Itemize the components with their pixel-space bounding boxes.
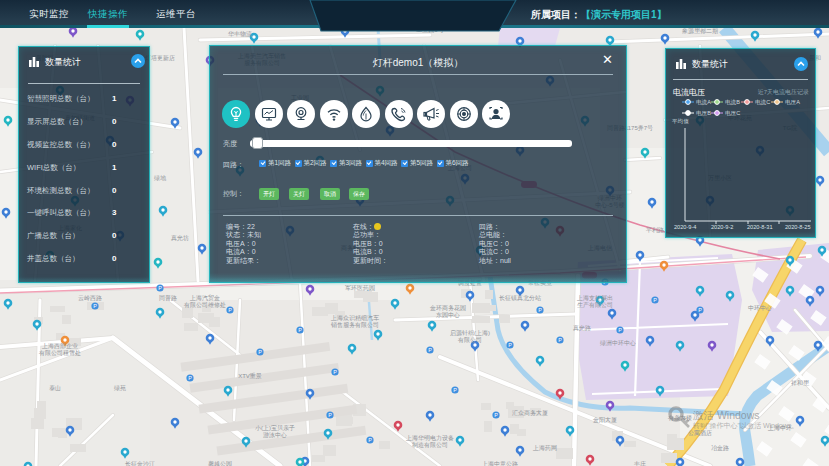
svg-text:生产有限公司: 生产有限公司 bbox=[577, 301, 613, 308]
svg-text:泰山: 泰山 bbox=[49, 385, 61, 392]
svg-text:P: P bbox=[698, 307, 702, 313]
svg-text:金环商务花园: 金环商务花园 bbox=[429, 304, 466, 312]
svg-text:有限公司租赁处: 有限公司租赁处 bbox=[38, 349, 81, 357]
svg-text:汇众商务大厦: 汇众商务大厦 bbox=[512, 409, 548, 417]
svg-text:电流A: 电流A bbox=[696, 99, 711, 106]
svg-text:平均值: 平均值 bbox=[672, 118, 689, 124]
svg-text:P: P bbox=[368, 437, 372, 443]
svg-text:启源针织(上海): 启源针织(上海) bbox=[450, 329, 490, 337]
svg-text:销售服务有限公司: 销售服务有限公司 bbox=[330, 321, 379, 328]
svg-text:绿地: 绿地 bbox=[154, 175, 167, 181]
svg-text:2020-8-25: 2020-8-25 bbox=[785, 224, 811, 230]
svg-text:P: P bbox=[558, 337, 562, 343]
svg-text:真光路: 真光路 bbox=[573, 325, 591, 332]
svg-text:上海中意公路: 上海中意公路 bbox=[481, 461, 518, 466]
svg-text:金阳大厦: 金阳大厦 bbox=[592, 416, 617, 424]
svg-text:同普路: 同普路 bbox=[159, 294, 177, 302]
svg-text:P: P bbox=[158, 285, 162, 291]
svg-text:上海支柱展出: 上海支柱展出 bbox=[576, 295, 613, 302]
svg-text:祥和里: 祥和里 bbox=[791, 379, 810, 386]
svg-text:有限公司: 有限公司 bbox=[457, 336, 482, 343]
svg-text:云岭西路: 云岭西路 bbox=[78, 295, 102, 302]
svg-text:东园中心: 东园中心 bbox=[436, 311, 460, 319]
svg-text:长征金沙江: 长征金沙江 bbox=[125, 461, 155, 466]
svg-text:馨越公园: 馨越公园 bbox=[208, 460, 232, 466]
svg-text:中环中心: 中环中心 bbox=[748, 305, 772, 311]
svg-text:有限公司维修处: 有限公司维修处 bbox=[183, 301, 226, 309]
svg-text:上海药网: 上海药网 bbox=[532, 445, 557, 452]
svg-text:长征镇真北分站: 长征镇真北分站 bbox=[499, 294, 541, 302]
svg-text:电流C: 电流C bbox=[755, 99, 770, 106]
svg-text:P: P bbox=[333, 369, 337, 375]
svg-text:绿洲中环中心: 绿洲中环中心 bbox=[600, 340, 636, 346]
svg-text:2020-9-2: 2020-9-2 bbox=[711, 224, 733, 230]
svg-text:P: P bbox=[328, 412, 332, 418]
svg-text:P: P bbox=[428, 347, 432, 353]
svg-text:象源里都二期: 象源里都二期 bbox=[682, 27, 718, 35]
svg-text:2020-8-31: 2020-8-31 bbox=[747, 224, 773, 230]
svg-text:上海汽贸金: 上海汽贸金 bbox=[189, 294, 220, 301]
svg-text:小(上)宝贝亲子: 小(上)宝贝亲子 bbox=[255, 424, 295, 432]
svg-text:电压A: 电压A bbox=[785, 99, 800, 105]
svg-text:P: P bbox=[258, 349, 262, 355]
svg-text:2020-9-4: 2020-9-4 bbox=[674, 224, 696, 230]
svg-text:电流B: 电流B bbox=[725, 99, 740, 106]
svg-text:P: P bbox=[228, 307, 232, 313]
svg-text:P: P bbox=[538, 307, 542, 313]
svg-text:P: P bbox=[453, 387, 457, 393]
svg-text:绿苑: 绿苑 bbox=[114, 385, 126, 392]
svg-text:P: P bbox=[298, 327, 302, 333]
svg-text:制造有限公司: 制造有限公司 bbox=[412, 441, 448, 449]
svg-text:丰庄: 丰庄 bbox=[634, 460, 646, 466]
svg-text:P: P bbox=[188, 375, 192, 381]
svg-text:上海西部企业: 上海西部企业 bbox=[41, 342, 78, 350]
svg-text:P: P bbox=[618, 327, 622, 333]
svg-text:游泳中心: 游泳中心 bbox=[263, 431, 287, 439]
svg-text:P: P bbox=[93, 303, 97, 309]
svg-text:真光坊: 真光坊 bbox=[171, 234, 189, 242]
svg-text:上海华明电力设备: 上海华明电力设备 bbox=[405, 434, 454, 442]
svg-text:平利路: 平利路 bbox=[646, 226, 664, 234]
svg-text:电压C: 电压C bbox=[725, 110, 740, 116]
svg-text:军环医药园: 军环医药园 bbox=[345, 284, 375, 292]
svg-text:上海众识精细汽车: 上海众识精细汽车 bbox=[330, 314, 379, 322]
svg-text:P: P bbox=[508, 342, 512, 348]
svg-text:P: P bbox=[494, 412, 498, 418]
svg-text:P: P bbox=[653, 297, 657, 303]
svg-text:XTV重景: XTV重景 bbox=[238, 372, 262, 379]
svg-text:冶金路: 冶金路 bbox=[711, 445, 729, 452]
svg-text:电压B: 电压B bbox=[696, 110, 711, 116]
